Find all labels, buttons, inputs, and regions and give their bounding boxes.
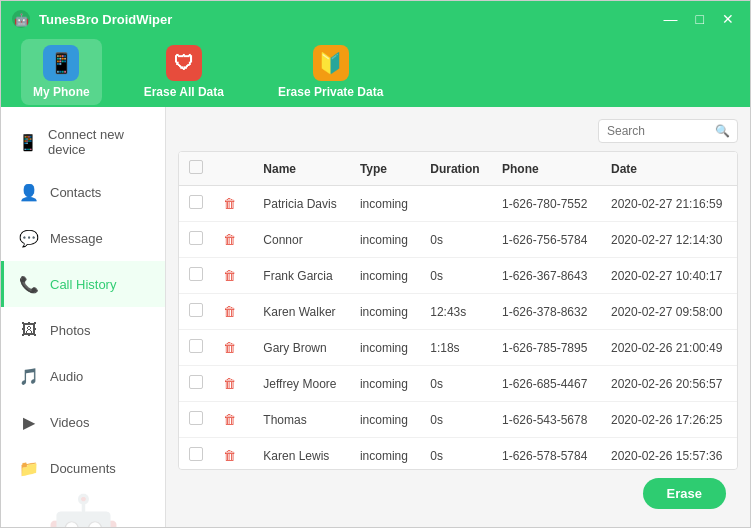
- row-date: 2020-02-26 20:56:57: [601, 366, 737, 402]
- row-name: Frank Garcia: [253, 258, 350, 294]
- sidebar-item-message[interactable]: 💬 Message: [1, 215, 165, 261]
- row-delete-cell: 🗑: [213, 294, 253, 330]
- row-checkbox-cell: [179, 294, 213, 330]
- delete-icon[interactable]: 🗑: [223, 304, 236, 319]
- row-checkbox-cell: [179, 258, 213, 294]
- table-row: 🗑 Patricia Davis incoming 1-626-780-7552…: [179, 186, 737, 222]
- sidebar-item-audio[interactable]: 🎵 Audio: [1, 353, 165, 399]
- table-row: 🗑 Jeffrey Moore incoming 0s 1-626-685-44…: [179, 366, 737, 402]
- photos-icon: 🖼: [18, 319, 40, 341]
- header-checkbox-cell: [179, 152, 213, 186]
- row-date: 2020-02-27 10:40:17: [601, 258, 737, 294]
- delete-icon[interactable]: 🗑: [223, 340, 236, 355]
- row-type: incoming: [350, 222, 420, 258]
- row-checkbox[interactable]: [189, 447, 203, 461]
- row-checkbox[interactable]: [189, 411, 203, 425]
- header-type: Type: [350, 152, 420, 186]
- content-area: 🔍 Name Type Duration Phone Date: [166, 107, 750, 528]
- row-type: incoming: [350, 402, 420, 438]
- toolbar-erase-all-label: Erase All Data: [144, 85, 224, 99]
- sidebar: 📱 Connect new device 👤 Contacts 💬 Messag…: [1, 107, 166, 528]
- sidebar-item-call-history[interactable]: 📞 Call History: [1, 261, 165, 307]
- erase-private-icon: 🔰: [313, 45, 349, 81]
- row-date: 2020-02-26 17:26:25: [601, 402, 737, 438]
- sidebar-item-photos[interactable]: 🖼 Photos: [1, 307, 165, 353]
- row-checkbox[interactable]: [189, 375, 203, 389]
- row-checkbox-cell: [179, 186, 213, 222]
- row-checkbox[interactable]: [189, 303, 203, 317]
- row-duration: 12:43s: [420, 294, 492, 330]
- row-name: Jeffrey Moore: [253, 366, 350, 402]
- sidebar-item-audio-label: Audio: [50, 369, 83, 384]
- table-header: Name Type Duration Phone Date: [179, 152, 737, 186]
- toolbar-erase-private-data[interactable]: 🔰 Erase Private Data: [266, 39, 395, 105]
- table-row: 🗑 Karen Lewis incoming 0s 1-626-578-5784…: [179, 438, 737, 471]
- call-history-table: Name Type Duration Phone Date 🗑 Patricia…: [179, 152, 737, 470]
- maximize-button[interactable]: □: [690, 9, 710, 29]
- delete-icon[interactable]: 🗑: [223, 412, 236, 427]
- sidebar-item-message-label: Message: [50, 231, 103, 246]
- row-phone: 1-626-756-5784: [492, 222, 601, 258]
- row-duration: 0s: [420, 258, 492, 294]
- row-type: incoming: [350, 294, 420, 330]
- row-phone: 1-626-780-7552: [492, 186, 601, 222]
- delete-icon[interactable]: 🗑: [223, 232, 236, 247]
- sidebar-item-documents-label: Documents: [50, 461, 116, 476]
- row-delete-cell: 🗑: [213, 438, 253, 471]
- row-delete-cell: 🗑: [213, 330, 253, 366]
- sidebar-item-photos-label: Photos: [50, 323, 90, 338]
- row-checkbox-cell: [179, 330, 213, 366]
- sidebar-item-videos[interactable]: ▶ Videos: [1, 399, 165, 445]
- row-checkbox[interactable]: [189, 339, 203, 353]
- toolbar-my-phone[interactable]: 📱 My Phone: [21, 39, 102, 105]
- row-duration: 0s: [420, 366, 492, 402]
- toolbar-erase-private-label: Erase Private Data: [278, 85, 383, 99]
- audio-icon: 🎵: [18, 365, 40, 387]
- row-type: incoming: [350, 438, 420, 471]
- sidebar-item-documents[interactable]: 📁 Documents: [1, 445, 165, 491]
- erase-button[interactable]: Erase: [643, 478, 726, 509]
- search-icon: 🔍: [715, 124, 730, 138]
- delete-icon[interactable]: 🗑: [223, 448, 236, 463]
- android-robot-logo: 🤖: [46, 491, 121, 528]
- sidebar-item-contacts[interactable]: 👤 Contacts: [1, 169, 165, 215]
- app-title: TunesBro DroidWiper: [39, 12, 172, 27]
- row-delete-cell: 🗑: [213, 222, 253, 258]
- bottom-bar: Erase: [178, 470, 738, 517]
- search-wrapper: 🔍: [598, 119, 738, 143]
- sidebar-item-connect-label: Connect new device: [48, 127, 151, 157]
- row-checkbox[interactable]: [189, 195, 203, 209]
- row-date: 2020-02-26 15:57:36: [601, 438, 737, 471]
- documents-icon: 📁: [18, 457, 40, 479]
- row-phone: 1-626-578-5784: [492, 438, 601, 471]
- delete-icon[interactable]: 🗑: [223, 268, 236, 283]
- row-name: Connor: [253, 222, 350, 258]
- delete-icon[interactable]: 🗑: [223, 376, 236, 391]
- minimize-button[interactable]: —: [658, 9, 684, 29]
- close-button[interactable]: ✕: [716, 9, 740, 29]
- row-checkbox[interactable]: [189, 267, 203, 281]
- sidebar-item-videos-label: Videos: [50, 415, 90, 430]
- toolbar-erase-all-data[interactable]: 🛡 Erase All Data: [132, 39, 236, 105]
- row-phone: 1-626-367-8643: [492, 258, 601, 294]
- row-checkbox-cell: [179, 222, 213, 258]
- row-phone: 1-626-378-8632: [492, 294, 601, 330]
- row-checkbox-cell: [179, 402, 213, 438]
- row-duration: 0s: [420, 222, 492, 258]
- row-checkbox[interactable]: [189, 231, 203, 245]
- row-type: incoming: [350, 258, 420, 294]
- app-icon: 🤖: [11, 9, 31, 29]
- row-duration: 0s: [420, 402, 492, 438]
- sidebar-item-connect-new-device[interactable]: 📱 Connect new device: [1, 115, 165, 169]
- row-date: 2020-02-27 12:14:30: [601, 222, 737, 258]
- title-bar: 🤖 TunesBro DroidWiper — □ ✕: [1, 1, 750, 37]
- delete-icon[interactable]: 🗑: [223, 196, 236, 211]
- row-delete-cell: 🗑: [213, 402, 253, 438]
- row-date: 2020-02-26 21:00:49: [601, 330, 737, 366]
- select-all-checkbox[interactable]: [189, 160, 203, 174]
- row-type: incoming: [350, 366, 420, 402]
- search-bar: 🔍: [178, 119, 738, 143]
- row-name: Gary Brown: [253, 330, 350, 366]
- header-name: Name: [253, 152, 350, 186]
- table-row: 🗑 Connor incoming 0s 1-626-756-5784 2020…: [179, 222, 737, 258]
